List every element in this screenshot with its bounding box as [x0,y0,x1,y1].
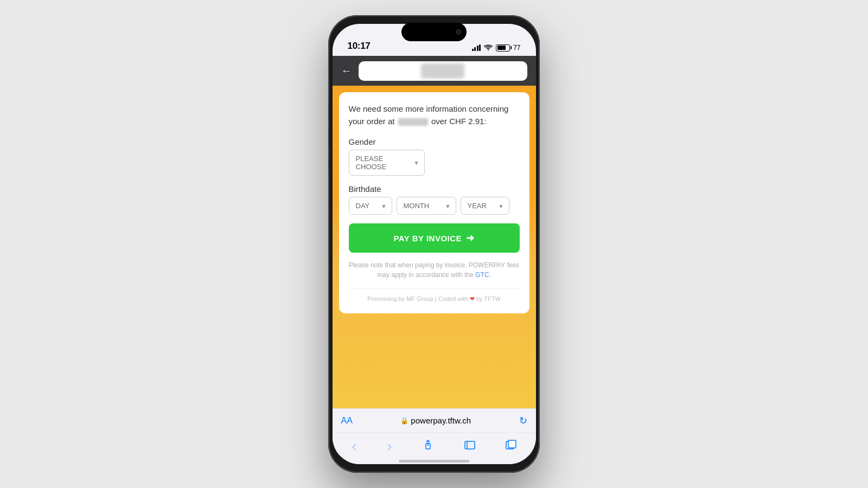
svg-rect-4 [508,440,516,448]
home-bar [399,460,469,463]
pay-arrow-icon: ➜ [466,232,475,244]
screen-content: ← We need some more information concerni… [333,56,536,464]
safari-nav-bar: ‹ › [333,433,536,460]
svg-rect-2 [465,441,475,449]
footer: Processing by MF Group | Coded with ❤ by… [349,288,520,303]
phone-screen: 10:17 [333,24,536,464]
day-placeholder: DAY [356,202,370,210]
browser-header: ← [333,56,536,86]
safari-url-row: AA 🔒 powerpay.tftw.ch ↻ [333,409,536,433]
site-logo [421,63,464,79]
info-text: We need some more information concerning… [349,103,520,127]
footer-text: Processing by MF Group | Coded with [367,296,468,302]
month-select[interactable]: MONTH [397,197,456,215]
footer-suffix: by TFTW [476,296,501,302]
browser-back-button[interactable]: ← [341,65,352,77]
merchant-name-blurred [398,118,428,126]
gender-select-wrapper: PLEASE CHOOSE ▼ [349,150,425,176]
safari-bookmarks-button[interactable] [458,436,482,457]
page-card: We need some more information concerning… [339,92,529,313]
page-background: ← We need some more information concerni… [333,56,536,408]
status-time: 10:17 [348,41,371,52]
birthdate-row: DAY ▼ MONTH ▼ [349,197,520,215]
aa-button[interactable]: AA [341,416,353,426]
year-placeholder: YEAR [468,202,487,210]
dynamic-island [401,23,467,41]
battery-level: 77 [513,44,520,52]
info-text-after: over CHF 2.91: [431,117,487,126]
lock-icon: 🔒 [400,417,409,425]
month-select-wrapper: MONTH ▼ [397,197,456,215]
heart-icon: ❤ [470,296,475,302]
camera-dot [456,29,461,35]
url-text: powerpay.tftw.ch [411,416,471,425]
disclaimer-text: Please note that when paying by invoice,… [349,260,520,280]
url-bar[interactable] [359,61,527,81]
pay-button-label: PAY BY INVOICE [393,234,462,243]
gender-label: Gender [349,137,520,146]
signal-icon [472,44,481,51]
birthdate-label: Birthdate [349,184,520,194]
birthdate-group: Birthdate DAY ▼ MONTH [349,184,520,215]
battery-icon: 77 [496,44,520,52]
url-display[interactable]: 🔒 powerpay.tftw.ch [400,416,471,425]
safari-back-button[interactable]: ‹ [345,434,363,458]
safari-bottom-bar: AA 🔒 powerpay.tftw.ch ↻ ‹ › [333,408,536,464]
gender-select[interactable]: PLEASE CHOOSE [349,150,425,176]
day-select-wrapper: DAY ▼ [349,197,392,215]
wifi-icon [484,44,493,51]
home-indicator [333,460,536,464]
day-select[interactable]: DAY [349,197,392,215]
gender-placeholder: PLEASE CHOOSE [356,155,407,171]
phone-device: 10:17 [328,15,540,473]
gtc-link[interactable]: GTC [475,271,489,279]
year-select-wrapper: YEAR ▼ [461,197,509,215]
safari-share-button[interactable] [416,436,441,457]
reload-button[interactable]: ↻ [519,415,527,427]
safari-tabs-button[interactable] [499,436,523,457]
safari-forward-button[interactable]: › [380,434,398,458]
status-icons: 77 [472,44,521,52]
pay-by-invoice-button[interactable]: PAY BY INVOICE ➜ [349,223,520,253]
disclaimer-end: . [489,271,490,279]
gender-group: Gender PLEASE CHOOSE ▼ [349,137,520,176]
disclaimer-content: Please note that when paying by invoice,… [349,261,519,279]
month-placeholder: MONTH [404,202,430,210]
year-select[interactable]: YEAR [461,197,509,215]
svg-point-0 [488,49,489,50]
page-filler [333,320,536,408]
